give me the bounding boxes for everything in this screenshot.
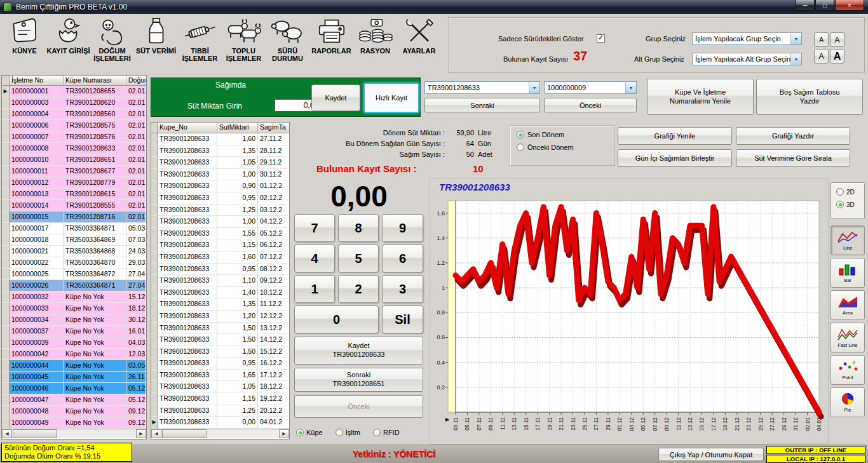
numpad-key-4[interactable]: 4 bbox=[294, 245, 335, 272]
font-size-button-3[interactable]: A bbox=[830, 49, 844, 64]
next-animal-button[interactable]: Sonraki bbox=[424, 98, 540, 112]
toolbar-item-künye[interactable]: KÜNYE bbox=[3, 15, 46, 74]
milk-row[interactable]: TR390012086331,6027.11.2 bbox=[151, 133, 289, 145]
chart-type-pie[interactable]: Pie bbox=[831, 387, 865, 417]
tag-number-select[interactable]: TR39001208633▼ bbox=[424, 81, 540, 94]
toolbar-item-süt-veri̇mi̇[interactable]: SÜT VERİMİ bbox=[134, 15, 178, 74]
dimension-option[interactable]: 3D bbox=[836, 201, 864, 208]
milk-column-header[interactable]: SutMiktari bbox=[217, 123, 258, 133]
font-size-button-0[interactable]: A bbox=[814, 32, 829, 47]
animal-row[interactable]: 1000000014TR3900120855502.01.2 bbox=[2, 200, 146, 211]
animal-column-header[interactable]: Küpe Numarası bbox=[64, 76, 126, 85]
toolbar-item-sürü-durumu[interactable]: SÜRÜ DURUMU bbox=[266, 15, 309, 74]
milk-row[interactable]: TR390012086331,0030.11.2 bbox=[151, 169, 289, 181]
close-icon[interactable]: × bbox=[835, 0, 864, 11]
milk-row[interactable]: TR390012086331,0004.12.2 bbox=[151, 216, 289, 228]
milk-grid-hscrollbar[interactable]: ◀▶ bbox=[151, 429, 289, 438]
chevron-down-icon[interactable]: ▼ bbox=[529, 82, 539, 93]
milk-row[interactable]: TR390012086331,2503.12.2 bbox=[151, 205, 289, 217]
milk-row[interactable]: TR390012086331,5505.12.2 bbox=[151, 228, 289, 240]
milk-row[interactable]: TR390012086331,1009.12.2 bbox=[151, 275, 289, 287]
animal-row[interactable]: 1000000011TR3900120867702.01.2 bbox=[2, 166, 146, 177]
milk-row[interactable]: TR390012086331,6007.12.2 bbox=[151, 252, 289, 264]
numpad-key-1[interactable]: 1 bbox=[294, 275, 335, 303]
numpad-key-7[interactable]: 7 bbox=[294, 214, 335, 242]
numpad-key-2[interactable]: 2 bbox=[338, 275, 379, 303]
animal-row[interactable]: 1000000034Küpe No Yok30.12.2 bbox=[2, 314, 146, 326]
animal-row[interactable]: 1000000022TR3500336487029.03.2 bbox=[2, 257, 146, 269]
id-mode-option[interactable]: Küpe bbox=[296, 429, 323, 436]
toolbar-item-rasyon[interactable]: RASYON bbox=[353, 15, 397, 74]
period-option[interactable]: Son Dönem bbox=[517, 131, 614, 138]
chart-type-fast-line[interactable]: Fast Line bbox=[831, 323, 865, 352]
milk-row[interactable]: TR390012086331,2520.12.2 bbox=[151, 405, 289, 417]
chevron-down-icon[interactable]: ▼ bbox=[790, 33, 801, 44]
milk-row[interactable]: TR390012086331,3528.11.2 bbox=[151, 145, 289, 158]
chart-type-line[interactable]: Line bbox=[831, 225, 865, 255]
milk-column-header[interactable]: Kupe_No bbox=[158, 123, 217, 133]
logout-button[interactable]: Çıkış Yap / Oturumu Kapat bbox=[658, 448, 764, 461]
milk-row[interactable]: TR390012086331,5015.12.2 bbox=[151, 346, 289, 358]
numpad-key-Sil[interactable]: Sil bbox=[382, 305, 423, 333]
id-mode-option[interactable]: İşltm bbox=[336, 429, 360, 436]
dimension-option[interactable]: 2D bbox=[836, 188, 864, 196]
milk-row[interactable]: TR390012086331,5014.12.2 bbox=[151, 334, 289, 346]
radio-icon[interactable] bbox=[517, 131, 524, 138]
animal-column-header[interactable]: İşletme No bbox=[10, 76, 64, 85]
milk-row[interactable]: TR390012086331,0529.11.2 bbox=[151, 157, 289, 169]
radio-icon[interactable] bbox=[336, 429, 343, 436]
scroll-right-icon[interactable]: ▶ bbox=[279, 429, 289, 438]
chart-type-point[interactable]: Point bbox=[831, 355, 865, 385]
quick-save-button[interactable]: Hızlı Kayıt bbox=[363, 83, 419, 113]
numpad-key-5[interactable]: 5 bbox=[338, 245, 379, 272]
animal-row[interactable]: 1000000044Küpe No Yok03.05.2 bbox=[2, 360, 146, 372]
animal-row[interactable]: 1000000017TR3500336487105.03.2 bbox=[2, 223, 146, 234]
subgroup-select[interactable]: İşlem Yapılacak Alt Grup Seçin▼ bbox=[692, 53, 802, 65]
animal-row[interactable]: 1000000039Küpe No Yok04.03.2 bbox=[2, 337, 146, 349]
animal-row[interactable]: 1000000048Küpe No Yok09.12.2 bbox=[2, 406, 146, 417]
toolbar-item-ayarlar[interactable]: AYARLAR bbox=[397, 15, 441, 74]
toolbar-item-toplu-i̇şlemler[interactable]: TOPLU İŞLEMLER bbox=[222, 15, 266, 74]
font-size-button-1[interactable]: A bbox=[830, 32, 844, 47]
milk-row[interactable]: TR390012086330,9502.12.2 bbox=[151, 192, 289, 205]
numpad-key-8[interactable]: 8 bbox=[338, 214, 379, 242]
farm-number-select[interactable]: 1000000009▼ bbox=[544, 81, 637, 94]
radio-icon[interactable] bbox=[836, 188, 844, 196]
toolbar-item-doğum-i̇şlemleri̇[interactable]: DOĞUM İŞLEMLERİ bbox=[90, 15, 134, 74]
numpad-key-6[interactable]: 6 bbox=[382, 245, 423, 272]
radio-icon[interactable] bbox=[296, 429, 304, 436]
animal-row[interactable]: ▶1000000001TR3900120865502.01.2 bbox=[2, 86, 146, 97]
animal-row[interactable]: 1000000025TR3500336487227.04.2 bbox=[2, 269, 146, 280]
animal-row[interactable]: 1000000004TR3900120856002.01.2 bbox=[2, 109, 146, 120]
chart-type-bar[interactable]: Bar bbox=[831, 258, 865, 288]
period-option[interactable]: Önceki Dönem bbox=[517, 144, 614, 151]
animal-row[interactable]: 1000000003TR3900120862002.01.2 bbox=[2, 97, 146, 109]
animal-row[interactable]: 1000000032Küpe No Yok15.12.2 bbox=[2, 292, 146, 303]
numpad-next-button[interactable]: SonrakiTR39001208651 bbox=[294, 368, 423, 392]
animal-row[interactable]: 1000000013TR3900120861502.01.2 bbox=[2, 189, 146, 200]
font-size-button-2[interactable]: A bbox=[814, 49, 829, 64]
scrollbar-thumb[interactable] bbox=[162, 429, 207, 438]
chart-button-1[interactable]: Grafiği Yazdır bbox=[736, 127, 850, 145]
id-mode-option[interactable]: RFID bbox=[373, 429, 400, 436]
chevron-down-icon[interactable]: ▼ bbox=[790, 53, 801, 65]
animal-row[interactable]: 1000000026TR3500336487127.04.2 bbox=[2, 280, 146, 292]
scroll-left-icon[interactable]: ◀ bbox=[2, 429, 12, 438]
toolbar-item-tibbi̇-i̇şlemler[interactable]: TIBBİ İŞLEMLER bbox=[178, 15, 222, 74]
animal-row[interactable]: 1000000012TR3900120877902.01.2 bbox=[2, 177, 146, 189]
toolbar-item-kayit-gi̇ri̇şi̇[interactable]: KAYIT GİRİŞİ bbox=[46, 15, 90, 74]
animal-row[interactable]: 1000000015TR3900120871602.01.2 bbox=[2, 211, 146, 223]
animal-row[interactable]: 1000000010TR3900120865102.01.2 bbox=[2, 154, 146, 166]
milk-row[interactable]: TR390012086331,3511.12.2 bbox=[151, 299, 289, 311]
milk-row[interactable]: TR390012086331,2012.12.2 bbox=[151, 311, 289, 323]
animal-row[interactable]: 1000000042Küpe No Yok12.03.2 bbox=[2, 349, 146, 360]
radio-icon[interactable] bbox=[517, 144, 524, 151]
animal-column-header[interactable]: Doğum T bbox=[126, 76, 146, 85]
animal-row[interactable]: 1000000049Küpe No Yok09.12.2 bbox=[2, 417, 146, 429]
chart-button-3[interactable]: Süt Verimine Göre Sırala bbox=[736, 149, 850, 167]
animal-row[interactable]: 1000000046Küpe No Yok05.12.2 bbox=[2, 383, 146, 394]
scrollbar-thumb[interactable] bbox=[13, 429, 57, 438]
animal-row[interactable]: 1000000021TR3500336486824.03.2 bbox=[2, 246, 146, 257]
toolbar-item-raporlar[interactable]: RAPORLAR bbox=[309, 15, 353, 74]
animal-row[interactable]: 1000000047Küpe No Yok05.12.2 bbox=[2, 394, 146, 406]
